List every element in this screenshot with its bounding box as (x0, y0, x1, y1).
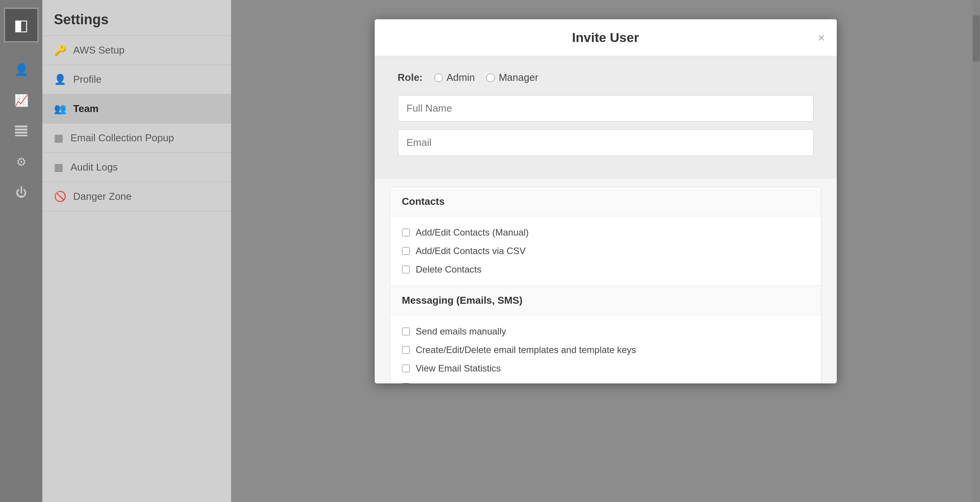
permission-label: Add/Edit Contacts (Manual) (416, 227, 529, 238)
permission-send-emails-manually[interactable]: Send emails manually (402, 322, 809, 341)
contacts-group-header: Contacts (390, 187, 821, 216)
checkbox-send-sms[interactable] (402, 383, 410, 383)
checkbox-add-edit-csv[interactable] (402, 247, 410, 255)
main-content: Invite User × Role: Admin Manager (231, 0, 980, 502)
permission-label: Add/Edit Contacts via CSV (416, 246, 526, 256)
permission-add-edit-contacts-csv[interactable]: Add/Edit Contacts via CSV (402, 242, 809, 260)
messaging-group-header: Messaging (Emails, SMS) (390, 286, 821, 315)
sidebar-title: Settings (42, 4, 231, 36)
svg-rect-2 (15, 132, 27, 134)
contacts-group: Contacts Add/Edit Contacts (Manual) Add/… (390, 187, 821, 286)
danger-icon: 🚫 (54, 191, 66, 202)
sidebar-item-label: Audit Logs (70, 161, 118, 173)
permission-label: Send SMS manually (416, 382, 499, 383)
modal-header: Invite User × (375, 19, 837, 56)
role-label: Role: (398, 72, 423, 84)
app-shell: ◧ 👤 📈 ⚙ ⏻ Settings 🔑 AWS Setup 👤 Profile… (0, 0, 980, 502)
checkbox-delete-contacts[interactable] (402, 266, 410, 273)
permission-label: Send emails manually (416, 326, 506, 337)
manager-role-option[interactable]: Manager (486, 72, 538, 84)
full-name-input[interactable] (398, 95, 814, 122)
svg-rect-3 (15, 135, 27, 136)
admin-label: Admin (447, 72, 475, 84)
email-collection-icon: ▦ (54, 132, 64, 144)
modal-body: Role: Admin Manager (375, 56, 837, 383)
modal-form-section: Role: Admin Manager (375, 56, 837, 179)
sidebar: Settings 🔑 AWS Setup 👤 Profile 👥 Team ▦ … (42, 0, 231, 502)
table-icon[interactable] (0, 115, 42, 146)
chart-icon[interactable]: 📈 (0, 85, 42, 115)
permission-label: View Email Statistics (416, 363, 501, 374)
sidebar-item-label: Danger Zone (73, 191, 132, 202)
key-icon: 🔑 (54, 44, 66, 56)
app-logo[interactable]: ◧ (4, 8, 39, 42)
contacts-icon[interactable]: 👤 (0, 54, 42, 85)
admin-role-option[interactable]: Admin (434, 72, 475, 84)
permissions-section: Contacts Add/Edit Contacts (Manual) Add/… (375, 179, 837, 383)
permission-label: Create/Edit/Delete email templates and t… (416, 345, 636, 355)
svg-rect-0 (15, 126, 27, 127)
sidebar-item-danger-zone[interactable]: 🚫 Danger Zone (42, 182, 231, 211)
email-input[interactable] (398, 129, 814, 156)
invite-user-modal: Invite User × Role: Admin Manager (375, 19, 837, 383)
modal-title: Invite User (572, 30, 639, 45)
permission-view-email-statistics[interactable]: View Email Statistics (402, 359, 809, 378)
messaging-group: Messaging (Emails, SMS) Send emails manu… (390, 286, 821, 383)
settings-icon[interactable]: ⚙ (0, 146, 42, 177)
sidebar-item-profile[interactable]: 👤 Profile (42, 65, 231, 94)
checkbox-view-email-stats[interactable] (402, 365, 410, 372)
icon-bar: ◧ 👤 📈 ⚙ ⏻ (0, 0, 42, 502)
permission-add-edit-contacts-manual[interactable]: Add/Edit Contacts (Manual) (402, 223, 809, 242)
checkbox-add-edit-manual[interactable] (402, 229, 410, 236)
messaging-group-body: Send emails manually Create/Edit/Delete … (390, 315, 821, 383)
manager-label: Manager (499, 72, 538, 84)
team-icon: 👥 (54, 103, 66, 115)
sidebar-item-audit-logs[interactable]: ▦ Audit Logs (42, 153, 231, 182)
permission-create-edit-email-templates[interactable]: Create/Edit/Delete email templates and t… (402, 341, 809, 359)
modal-close-button[interactable]: × (818, 32, 825, 44)
manager-radio[interactable] (486, 74, 495, 82)
audit-icon: ▦ (54, 161, 64, 173)
svg-rect-1 (15, 129, 27, 131)
sidebar-item-label: Team (73, 103, 99, 115)
sidebar-item-team[interactable]: 👥 Team (42, 94, 231, 124)
permission-label: Delete Contacts (416, 264, 482, 275)
sidebar-item-aws-setup[interactable]: 🔑 AWS Setup (42, 36, 231, 65)
checkbox-send-emails[interactable] (402, 328, 410, 335)
sidebar-item-label: Email Collection Popup (70, 132, 174, 144)
power-icon[interactable]: ⏻ (0, 177, 42, 208)
sidebar-item-label: AWS Setup (73, 44, 124, 56)
role-row: Role: Admin Manager (398, 72, 814, 84)
checkbox-email-templates[interactable] (402, 346, 410, 354)
contacts-group-body: Add/Edit Contacts (Manual) Add/Edit Cont… (390, 216, 821, 286)
permission-send-sms-manually[interactable]: Send SMS manually (402, 378, 809, 383)
profile-icon: 👤 (54, 74, 66, 85)
sidebar-item-email-collection[interactable]: ▦ Email Collection Popup (42, 124, 231, 153)
admin-radio[interactable] (434, 74, 443, 82)
sidebar-item-label: Profile (73, 74, 102, 85)
permission-delete-contacts[interactable]: Delete Contacts (402, 260, 809, 279)
